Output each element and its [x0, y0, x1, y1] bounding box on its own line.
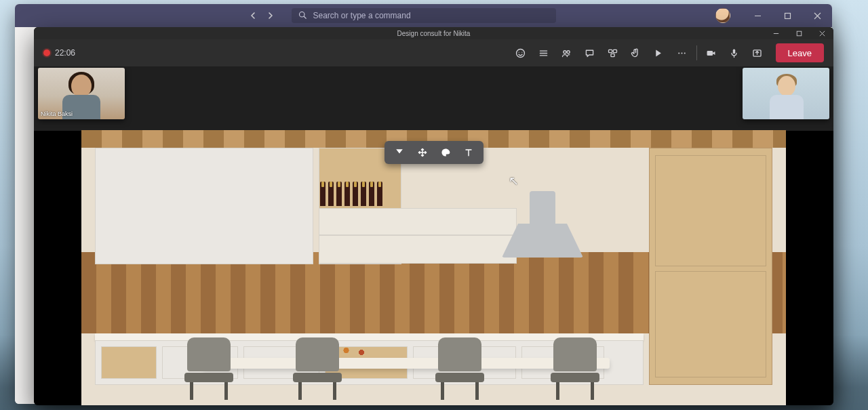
svg-point-12 — [682, 52, 683, 54]
text-tool-button[interactable] — [458, 142, 479, 163]
mouse-cursor-icon: ↖ — [509, 173, 519, 188]
svg-rect-1 — [785, 13, 790, 18]
svg-point-6 — [564, 50, 566, 53]
raise-hand-button[interactable] — [625, 41, 648, 64]
participants-button[interactable] — [555, 41, 578, 64]
annotation-toolbar — [384, 141, 484, 164]
color-palette-button[interactable] — [435, 142, 456, 163]
recording-indicator-icon — [43, 49, 50, 56]
window-minimize-button[interactable] — [743, 4, 772, 27]
leave-button-label: Leave — [788, 48, 812, 58]
svg-point-13 — [684, 52, 686, 54]
participant-tile-left[interactable]: Nikita Baksi — [38, 68, 125, 119]
meeting-titlebar: Design consult for Nikita — [34, 27, 833, 39]
nav-forward-button[interactable] — [263, 8, 278, 23]
window-maximize-button[interactable] — [772, 4, 802, 27]
participant-name-label: Nikita Baksi — [41, 110, 73, 117]
highlighter-tool-button[interactable] — [389, 142, 410, 163]
meeting-window: Design consult for Nikita 22:06 — [34, 27, 833, 405]
svg-rect-2 — [797, 31, 802, 36]
svg-rect-8 — [609, 49, 612, 52]
meeting-maximize-button[interactable] — [787, 27, 810, 39]
svg-rect-14 — [707, 51, 713, 56]
nav-back-button[interactable] — [245, 8, 260, 23]
svg-point-11 — [678, 52, 679, 54]
view-switcher-button[interactable] — [532, 41, 555, 64]
meeting-content-area: Nikita Baksi — [34, 66, 833, 405]
leave-button[interactable]: Leave — [776, 43, 824, 62]
svg-rect-9 — [613, 49, 616, 52]
camera-toggle-button[interactable] — [700, 41, 723, 64]
meeting-toolbar: 22:06 — [34, 39, 833, 66]
breakout-rooms-button[interactable] — [601, 41, 625, 64]
more-actions-button[interactable] — [671, 41, 694, 64]
share-content-button[interactable] — [746, 41, 769, 64]
teams-titlebar — [15, 4, 832, 27]
participant-tile-self[interactable] — [743, 68, 829, 119]
mic-toggle-button[interactable] — [723, 41, 746, 64]
reactions-button[interactable] — [509, 41, 532, 64]
meeting-close-button[interactable] — [810, 27, 833, 39]
svg-point-7 — [567, 50, 570, 53]
svg-rect-10 — [611, 54, 614, 56]
shared-screen-content[interactable] — [81, 130, 786, 405]
meeting-minimize-button[interactable] — [764, 27, 787, 39]
command-search-box[interactable] — [292, 8, 556, 23]
apps-button[interactable] — [648, 41, 671, 64]
search-input[interactable] — [312, 10, 549, 21]
search-icon — [298, 11, 307, 21]
window-close-button[interactable] — [802, 4, 832, 27]
recording-timer: 22:06 — [55, 48, 75, 58]
svg-rect-15 — [733, 49, 735, 54]
profile-avatar[interactable] — [715, 8, 730, 23]
chat-button[interactable] — [578, 41, 601, 64]
meeting-title: Design consult for Nikita — [397, 30, 471, 37]
svg-point-3 — [517, 49, 525, 57]
move-tool-button[interactable] — [412, 142, 433, 163]
toolbar-divider — [696, 45, 697, 60]
